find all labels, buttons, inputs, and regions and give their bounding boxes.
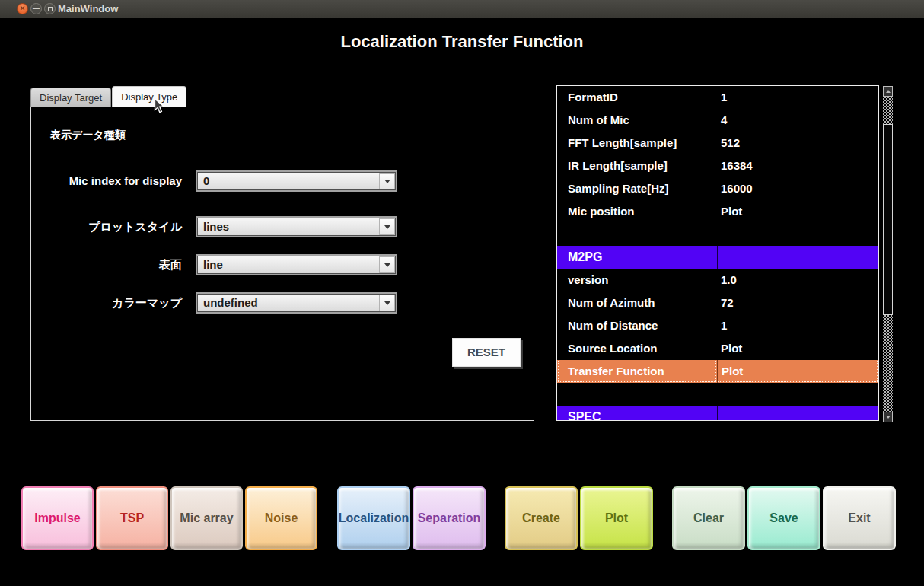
tsp-button[interactable]: TSP <box>96 486 168 550</box>
table-cell-label: Num of Mic <box>557 109 717 132</box>
table-row[interactable]: version1.0 <box>557 269 878 291</box>
up-arrow-icon <box>886 90 891 93</box>
table-cell-value <box>717 383 878 406</box>
form-row-surface: 表面line <box>31 254 534 275</box>
table-cell-label: Mic position <box>557 200 717 223</box>
table-cell-value: 1 <box>717 86 878 109</box>
surface-select[interactable]: line <box>196 254 397 275</box>
button-group-4: ClearSaveExit <box>672 486 896 550</box>
colormap-label: カラーマップ <box>112 292 182 314</box>
tab-display-type[interactable]: Display Type <box>112 86 186 107</box>
scrollbar-down-button[interactable] <box>883 412 893 422</box>
noise-button[interactable]: Noise <box>245 486 317 550</box>
impulse-button[interactable]: Impulse <box>21 486 94 550</box>
table-row[interactable]: Transfer FunctionPlot <box>557 360 878 383</box>
table-cell-value: Plot <box>717 200 878 223</box>
close-icon[interactable]: ✕ <box>17 3 28 14</box>
table-cell-label: FormatID <box>557 86 717 109</box>
table-cell-value: 512 <box>717 132 878 154</box>
down-arrow-icon <box>886 416 891 419</box>
plot-style-dropdown-button[interactable] <box>379 218 395 235</box>
table-cell-value: Plot <box>717 337 878 360</box>
table-cell-label: Num of Distance <box>557 314 717 337</box>
table-cell-label: Num of Azimuth <box>557 291 717 314</box>
surface-value: line <box>197 256 378 274</box>
table-row[interactable]: Sampling Rate[Hz]16000 <box>557 177 878 200</box>
scrollbar <box>883 86 893 422</box>
table-row[interactable]: Mic positionPlot <box>557 200 878 223</box>
button-group-3: CreatePlot <box>505 486 653 550</box>
mic-array-button[interactable]: Mic array <box>170 486 243 550</box>
table-blank-row <box>557 223 878 246</box>
form-row-colormap: カラーマップundefined <box>31 292 534 314</box>
mic-index-for-display-select[interactable]: 0 <box>196 170 397 192</box>
table-row[interactable]: Num of Distance1 <box>557 314 878 337</box>
colormap-select[interactable]: undefined <box>196 292 397 314</box>
table-row[interactable]: Source LocationPlot <box>557 337 878 360</box>
plot-style-select[interactable]: lines <box>196 216 397 237</box>
title-bar: ✕ — MainWindow <box>0 0 924 18</box>
table-cell-value: 1.0 <box>717 269 878 291</box>
scrollbar-track-lower[interactable] <box>883 315 893 412</box>
table-row[interactable]: FormatID1 <box>557 86 878 109</box>
tab-display-target[interactable]: Display Target <box>30 88 111 107</box>
form-row-plot-style: プロットスタイルlines <box>31 216 534 237</box>
clear-button[interactable]: Clear <box>672 486 745 550</box>
mic-index-for-display-value: 0 <box>197 172 378 190</box>
chevron-down-icon <box>384 225 390 229</box>
table-cell-label <box>557 383 717 406</box>
table-cell-label <box>557 223 717 246</box>
table-cell-value <box>717 223 878 246</box>
localization-button[interactable]: Localization <box>337 486 410 550</box>
table-row[interactable]: FFT Length[sample]512 <box>557 132 878 154</box>
table-cell-value: Plot <box>717 360 878 383</box>
table-cell-label: Source Location <box>557 337 717 360</box>
page-title: Localization Transfer Function <box>0 32 924 52</box>
table-cell-label: FFT Length[sample] <box>557 132 717 154</box>
create-button[interactable]: Create <box>505 486 578 550</box>
colormap-value: undefined <box>197 294 378 312</box>
separation-button[interactable]: Separation <box>413 486 486 550</box>
maximize-glyph <box>48 7 53 11</box>
mouse-cursor <box>154 98 167 114</box>
exit-button[interactable]: Exit <box>823 486 896 550</box>
table-cell-value <box>717 246 878 269</box>
surface-dropdown-button[interactable] <box>379 256 395 273</box>
table-row[interactable]: Num of Azimuth72 <box>557 291 878 314</box>
minimize-icon[interactable]: — <box>30 3 42 14</box>
table-cell-label: version <box>557 269 717 291</box>
table-section-header: SPEC <box>557 406 878 421</box>
scrollbar-track-upper[interactable] <box>883 97 893 124</box>
table-cell-value: 16000 <box>717 177 878 200</box>
table-cell-value: 16384 <box>717 154 878 177</box>
mic-index-for-display-dropdown-button[interactable] <box>379 173 395 189</box>
table-cell-label: Transfer Function <box>557 360 717 383</box>
info-table: FormatID1Num of Mic4FFT Length[sample]51… <box>556 85 879 421</box>
window-title: MainWindow <box>58 0 118 18</box>
table-blank-row <box>557 383 878 406</box>
table-cell-value: 72 <box>717 291 878 314</box>
chevron-down-icon <box>384 180 390 183</box>
plot-style-label: プロットスタイル <box>88 216 182 237</box>
maximize-icon[interactable] <box>44 3 56 14</box>
plot-button[interactable]: Plot <box>580 486 653 550</box>
save-button[interactable]: Save <box>747 486 820 550</box>
table-row[interactable]: IR Length[sample]16384 <box>557 154 878 177</box>
scrollbar-up-button[interactable] <box>883 86 893 97</box>
form-row-mic-index-for-display: Mic index for display0 <box>31 170 534 192</box>
button-group-1: ImpulseTSPMic arrayNoise <box>21 486 317 550</box>
table-cell-label: M2PG <box>557 246 717 269</box>
surface-label: 表面 <box>159 254 182 275</box>
colormap-dropdown-button[interactable] <box>379 295 395 311</box>
mic-index-for-display-label: Mic index for display <box>69 170 182 192</box>
table-cell-label: SPEC <box>557 406 717 421</box>
table-section-header: M2PG <box>557 246 878 269</box>
section-label: 表示データ種類 <box>50 129 126 142</box>
scrollbar-thumb[interactable] <box>883 124 893 315</box>
plot-style-value: lines <box>197 218 378 236</box>
reset-button[interactable]: RESET <box>452 338 521 367</box>
chevron-down-icon <box>384 301 390 305</box>
chevron-down-icon <box>384 263 390 267</box>
table-row[interactable]: Num of Mic4 <box>557 109 878 132</box>
table-cell-value <box>717 406 878 421</box>
